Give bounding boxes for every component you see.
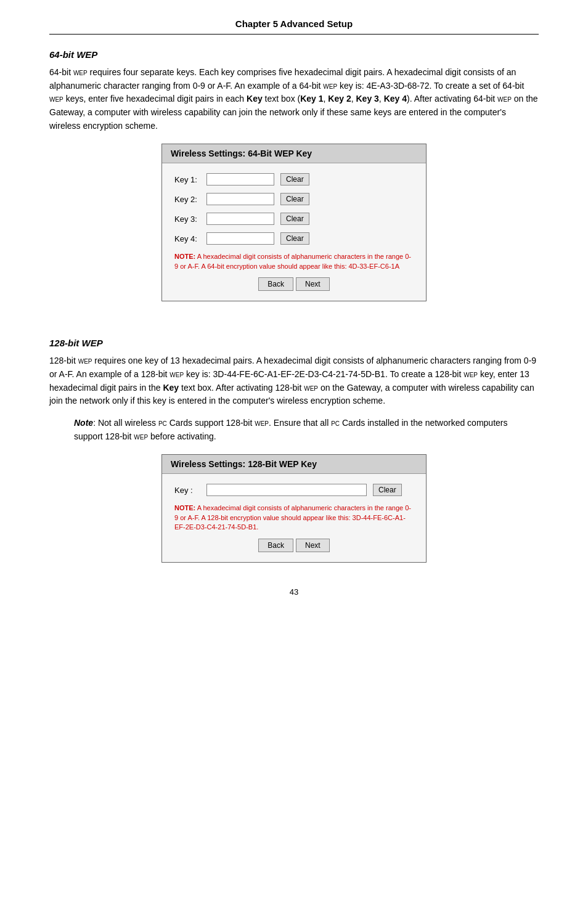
key128-clear-button[interactable]: Clear <box>373 484 402 496</box>
section-128bit-title: 128-bit WEP <box>49 338 539 348</box>
note-italic-label: Note <box>74 418 93 428</box>
section-128bit: 128-bit WEP 128-bit wep requires one key… <box>49 338 539 562</box>
key2-row: Key 2: Clear <box>174 193 414 205</box>
key1-clear-button[interactable]: Clear <box>280 173 309 185</box>
key1-input[interactable] <box>206 173 274 185</box>
key2-label: Key 2: <box>174 195 206 204</box>
wep128-note-label: NOTE: <box>174 504 195 512</box>
key128-row: Key : Clear <box>174 484 414 496</box>
wep64-ui-box: Wireless Settings: 64-Bit WEP Key Key 1:… <box>161 144 427 301</box>
wep64-back-button[interactable]: Back <box>258 277 293 291</box>
wep128-box-title: Wireless Settings: 128-Bit WEP Key <box>162 455 426 474</box>
wep64-next-button[interactable]: Next <box>296 277 330 291</box>
wep128-ui-box: Wireless Settings: 128-Bit WEP Key Key :… <box>161 454 427 562</box>
wep64-note-label: NOTE: <box>174 253 195 260</box>
key4-clear-button[interactable]: Clear <box>280 232 309 245</box>
key4-label: Key 4: <box>174 234 206 243</box>
wep128-back-button[interactable]: Back <box>258 539 293 552</box>
key3-clear-button[interactable]: Clear <box>280 213 309 225</box>
key3-row: Key 3: Clear <box>174 213 414 225</box>
chapter-header: Chapter 5 Advanced Setup <box>49 18 539 35</box>
key128-label: Key : <box>174 486 206 495</box>
wep64-box-title: Wireless Settings: 64-Bit WEP Key <box>162 144 426 163</box>
wep64-note: NOTE: A hexadecimal digit consists of al… <box>174 252 414 271</box>
section-64bit-title: 64-bit WEP <box>49 49 539 60</box>
section-128bit-body: 128-bit wep requires one key of 13 hexad… <box>49 354 539 408</box>
key3-label: Key 3: <box>174 214 206 224</box>
key4-input[interactable] <box>206 232 274 245</box>
wep128-note-block: Note: Not all wireless pc Cards support … <box>74 417 539 443</box>
chapter-title: Chapter 5 Advanced Setup <box>235 18 353 29</box>
key4-row: Key 4: Clear <box>174 232 414 245</box>
key1-row: Key 1: Clear <box>174 173 414 185</box>
wep64-btn-row: Back Next <box>174 277 414 291</box>
section-64bit-body: 64-bit wep requires four separate keys. … <box>49 66 539 132</box>
key2-clear-button[interactable]: Clear <box>280 193 309 205</box>
wep128-btn-row: Back Next <box>174 539 414 552</box>
key128-input[interactable] <box>206 484 367 496</box>
wep128-note-text: A hexadecimal digit consists of alphanum… <box>174 504 411 531</box>
wep128-note: NOTE: A hexadecimal digit consists of al… <box>174 503 414 532</box>
wep64-note-text: A hexadecimal digit consists of alphanum… <box>174 253 411 269</box>
section-64bit: 64-bit WEP 64-bit wep requires four sepa… <box>49 49 539 301</box>
wep128-next-button[interactable]: Next <box>296 539 330 552</box>
key2-input[interactable] <box>206 193 274 205</box>
key1-label: Key 1: <box>174 175 206 184</box>
page-number: 43 <box>49 587 539 597</box>
key3-input[interactable] <box>206 213 274 225</box>
